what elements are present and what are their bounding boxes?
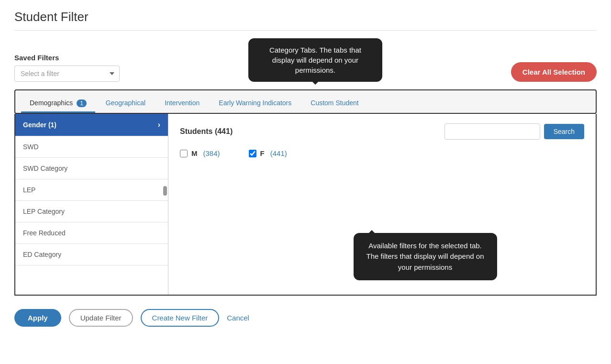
female-checkbox[interactable] bbox=[249, 150, 256, 157]
filter-item-swd[interactable]: SWD bbox=[15, 136, 168, 158]
search-input[interactable] bbox=[444, 123, 540, 140]
right-panel: Students (441) Search M (384) F (441) bbox=[168, 114, 596, 295]
scrollbar-indicator bbox=[163, 186, 167, 196]
saved-filters-label: Saved Filters bbox=[14, 54, 120, 62]
tab-demographics[interactable]: Demographics 1 bbox=[21, 94, 95, 113]
filters-tooltip: Available filters for the selected tab. … bbox=[354, 233, 497, 281]
left-panel: Gender (1) › SWD SWD Category LEP LEP Ca… bbox=[15, 114, 168, 295]
filter-item-lep-category[interactable]: LEP Category bbox=[15, 201, 168, 222]
male-checkbox[interactable] bbox=[180, 150, 188, 157]
page-title: Student Filter bbox=[14, 10, 597, 31]
main-content: Gender (1) › SWD SWD Category LEP LEP Ca… bbox=[14, 114, 597, 296]
chevron-right-icon: › bbox=[158, 121, 160, 129]
saved-filters-section: Saved Filters Select a filter bbox=[14, 54, 120, 82]
tab-geographical[interactable]: Geographical bbox=[97, 94, 154, 113]
apply-button[interactable]: Apply bbox=[14, 309, 61, 327]
tooltip-area-top: Category Tabs. The tabs that display wil… bbox=[120, 38, 511, 82]
search-area: Search bbox=[444, 123, 584, 140]
tab-early-warning[interactable]: Early Warning Indicators bbox=[210, 94, 300, 113]
filter-item-gender[interactable]: Gender (1) › bbox=[15, 114, 168, 136]
filter-item-swd-category[interactable]: SWD Category bbox=[15, 158, 168, 179]
female-option[interactable]: F (441) bbox=[249, 149, 287, 157]
top-row: Saved Filters Select a filter Category T… bbox=[14, 38, 597, 82]
filter-item-free-reduced[interactable]: Free Reduced bbox=[15, 222, 168, 244]
page-container: Student Filter Saved Filters Select a fi… bbox=[0, 0, 611, 364]
clear-all-button[interactable]: Clear All Selection bbox=[511, 62, 597, 82]
category-tabs-tooltip: Category Tabs. The tabs that display wil… bbox=[248, 38, 382, 82]
tabs-row: Demographics 1 Geographical Intervention… bbox=[21, 94, 590, 113]
students-header: Students (441) Search bbox=[180, 123, 584, 140]
filter-item-ed-category[interactable]: ED Category bbox=[15, 244, 168, 265]
filter-select[interactable]: Select a filter bbox=[14, 66, 120, 82]
tabs-container: Demographics 1 Geographical Intervention… bbox=[14, 89, 597, 114]
update-filter-button[interactable]: Update Filter bbox=[69, 309, 133, 327]
search-button[interactable]: Search bbox=[544, 124, 584, 139]
tab-custom-student[interactable]: Custom Student bbox=[302, 94, 367, 113]
male-option[interactable]: M (384) bbox=[180, 149, 220, 157]
filter-item-lep[interactable]: LEP bbox=[15, 179, 168, 201]
students-title: Students (441) bbox=[180, 127, 233, 136]
create-new-filter-button[interactable]: Create New Filter bbox=[141, 309, 220, 327]
tab-demographics-badge: 1 bbox=[77, 99, 87, 107]
tab-intervention[interactable]: Intervention bbox=[156, 94, 208, 113]
bottom-bar: Apply Update Filter Create New Filter Ca… bbox=[14, 301, 597, 327]
gender-options: M (384) F (441) bbox=[180, 149, 584, 157]
cancel-link[interactable]: Cancel bbox=[227, 314, 249, 322]
